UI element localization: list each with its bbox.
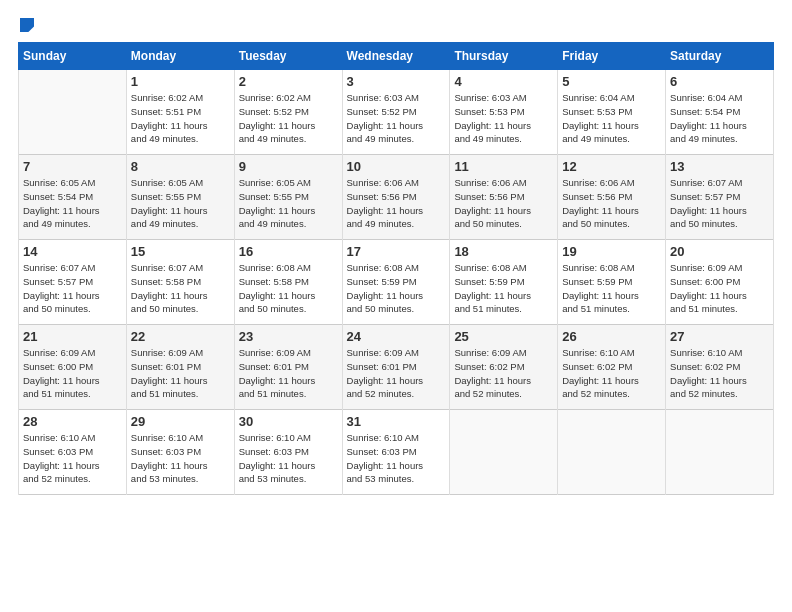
day-number: 27 <box>670 329 769 344</box>
day-number: 15 <box>131 244 230 259</box>
day-number: 7 <box>23 159 122 174</box>
col-header-thursday: Thursday <box>450 43 558 70</box>
day-info: Sunrise: 6:08 AMSunset: 5:59 PMDaylight:… <box>562 261 661 316</box>
day-info: Sunrise: 6:04 AMSunset: 5:54 PMDaylight:… <box>670 91 769 146</box>
day-number: 6 <box>670 74 769 89</box>
week-row-2: 7Sunrise: 6:05 AMSunset: 5:54 PMDaylight… <box>19 155 774 240</box>
day-cell: 11Sunrise: 6:06 AMSunset: 5:56 PMDayligh… <box>450 155 558 240</box>
header-row: SundayMondayTuesdayWednesdayThursdayFrid… <box>19 43 774 70</box>
day-cell <box>450 410 558 495</box>
day-number: 2 <box>239 74 338 89</box>
day-info: Sunrise: 6:09 AMSunset: 6:00 PMDaylight:… <box>23 346 122 401</box>
day-info: Sunrise: 6:04 AMSunset: 5:53 PMDaylight:… <box>562 91 661 146</box>
day-cell: 14Sunrise: 6:07 AMSunset: 5:57 PMDayligh… <box>19 240 127 325</box>
day-number: 21 <box>23 329 122 344</box>
day-info: Sunrise: 6:07 AMSunset: 5:57 PMDaylight:… <box>23 261 122 316</box>
day-cell: 23Sunrise: 6:09 AMSunset: 6:01 PMDayligh… <box>234 325 342 410</box>
col-header-saturday: Saturday <box>666 43 774 70</box>
logo <box>18 18 34 32</box>
day-number: 11 <box>454 159 553 174</box>
day-cell: 27Sunrise: 6:10 AMSunset: 6:02 PMDayligh… <box>666 325 774 410</box>
day-cell: 2Sunrise: 6:02 AMSunset: 5:52 PMDaylight… <box>234 70 342 155</box>
day-info: Sunrise: 6:06 AMSunset: 5:56 PMDaylight:… <box>562 176 661 231</box>
day-number: 1 <box>131 74 230 89</box>
day-cell: 12Sunrise: 6:06 AMSunset: 5:56 PMDayligh… <box>558 155 666 240</box>
day-number: 23 <box>239 329 338 344</box>
col-header-tuesday: Tuesday <box>234 43 342 70</box>
col-header-friday: Friday <box>558 43 666 70</box>
day-cell: 22Sunrise: 6:09 AMSunset: 6:01 PMDayligh… <box>126 325 234 410</box>
day-info: Sunrise: 6:09 AMSunset: 6:01 PMDaylight:… <box>239 346 338 401</box>
day-number: 28 <box>23 414 122 429</box>
day-number: 9 <box>239 159 338 174</box>
day-cell: 24Sunrise: 6:09 AMSunset: 6:01 PMDayligh… <box>342 325 450 410</box>
logo-icon <box>20 18 34 32</box>
day-info: Sunrise: 6:06 AMSunset: 5:56 PMDaylight:… <box>454 176 553 231</box>
day-cell: 15Sunrise: 6:07 AMSunset: 5:58 PMDayligh… <box>126 240 234 325</box>
day-info: Sunrise: 6:05 AMSunset: 5:55 PMDaylight:… <box>239 176 338 231</box>
header <box>18 18 774 32</box>
calendar-page: SundayMondayTuesdayWednesdayThursdayFrid… <box>0 0 792 612</box>
calendar-table: SundayMondayTuesdayWednesdayThursdayFrid… <box>18 42 774 495</box>
day-cell: 3Sunrise: 6:03 AMSunset: 5:52 PMDaylight… <box>342 70 450 155</box>
day-info: Sunrise: 6:09 AMSunset: 6:00 PMDaylight:… <box>670 261 769 316</box>
day-number: 29 <box>131 414 230 429</box>
day-info: Sunrise: 6:05 AMSunset: 5:55 PMDaylight:… <box>131 176 230 231</box>
day-number: 5 <box>562 74 661 89</box>
day-info: Sunrise: 6:10 AMSunset: 6:03 PMDaylight:… <box>239 431 338 486</box>
day-cell: 10Sunrise: 6:06 AMSunset: 5:56 PMDayligh… <box>342 155 450 240</box>
day-cell: 28Sunrise: 6:10 AMSunset: 6:03 PMDayligh… <box>19 410 127 495</box>
day-info: Sunrise: 6:08 AMSunset: 5:59 PMDaylight:… <box>454 261 553 316</box>
col-header-monday: Monday <box>126 43 234 70</box>
day-cell <box>558 410 666 495</box>
day-cell: 9Sunrise: 6:05 AMSunset: 5:55 PMDaylight… <box>234 155 342 240</box>
day-number: 25 <box>454 329 553 344</box>
day-info: Sunrise: 6:02 AMSunset: 5:51 PMDaylight:… <box>131 91 230 146</box>
day-cell: 7Sunrise: 6:05 AMSunset: 5:54 PMDaylight… <box>19 155 127 240</box>
day-number: 22 <box>131 329 230 344</box>
day-number: 24 <box>347 329 446 344</box>
day-cell <box>666 410 774 495</box>
day-info: Sunrise: 6:03 AMSunset: 5:52 PMDaylight:… <box>347 91 446 146</box>
day-number: 20 <box>670 244 769 259</box>
col-header-sunday: Sunday <box>19 43 127 70</box>
day-number: 31 <box>347 414 446 429</box>
day-number: 10 <box>347 159 446 174</box>
day-number: 8 <box>131 159 230 174</box>
day-cell: 1Sunrise: 6:02 AMSunset: 5:51 PMDaylight… <box>126 70 234 155</box>
day-cell: 5Sunrise: 6:04 AMSunset: 5:53 PMDaylight… <box>558 70 666 155</box>
day-info: Sunrise: 6:10 AMSunset: 6:03 PMDaylight:… <box>23 431 122 486</box>
day-cell: 4Sunrise: 6:03 AMSunset: 5:53 PMDaylight… <box>450 70 558 155</box>
day-cell: 29Sunrise: 6:10 AMSunset: 6:03 PMDayligh… <box>126 410 234 495</box>
day-cell: 31Sunrise: 6:10 AMSunset: 6:03 PMDayligh… <box>342 410 450 495</box>
day-number: 18 <box>454 244 553 259</box>
day-info: Sunrise: 6:10 AMSunset: 6:02 PMDaylight:… <box>562 346 661 401</box>
day-cell: 18Sunrise: 6:08 AMSunset: 5:59 PMDayligh… <box>450 240 558 325</box>
day-cell: 20Sunrise: 6:09 AMSunset: 6:00 PMDayligh… <box>666 240 774 325</box>
day-cell: 6Sunrise: 6:04 AMSunset: 5:54 PMDaylight… <box>666 70 774 155</box>
day-cell: 17Sunrise: 6:08 AMSunset: 5:59 PMDayligh… <box>342 240 450 325</box>
day-info: Sunrise: 6:09 AMSunset: 6:02 PMDaylight:… <box>454 346 553 401</box>
day-number: 19 <box>562 244 661 259</box>
col-header-wednesday: Wednesday <box>342 43 450 70</box>
day-cell: 25Sunrise: 6:09 AMSunset: 6:02 PMDayligh… <box>450 325 558 410</box>
day-number: 30 <box>239 414 338 429</box>
day-info: Sunrise: 6:08 AMSunset: 5:59 PMDaylight:… <box>347 261 446 316</box>
day-cell: 26Sunrise: 6:10 AMSunset: 6:02 PMDayligh… <box>558 325 666 410</box>
day-info: Sunrise: 6:02 AMSunset: 5:52 PMDaylight:… <box>239 91 338 146</box>
day-info: Sunrise: 6:06 AMSunset: 5:56 PMDaylight:… <box>347 176 446 231</box>
day-info: Sunrise: 6:10 AMSunset: 6:03 PMDaylight:… <box>131 431 230 486</box>
day-cell: 13Sunrise: 6:07 AMSunset: 5:57 PMDayligh… <box>666 155 774 240</box>
day-info: Sunrise: 6:10 AMSunset: 6:03 PMDaylight:… <box>347 431 446 486</box>
day-cell <box>19 70 127 155</box>
day-number: 13 <box>670 159 769 174</box>
day-info: Sunrise: 6:09 AMSunset: 6:01 PMDaylight:… <box>347 346 446 401</box>
day-number: 14 <box>23 244 122 259</box>
day-info: Sunrise: 6:08 AMSunset: 5:58 PMDaylight:… <box>239 261 338 316</box>
day-cell: 19Sunrise: 6:08 AMSunset: 5:59 PMDayligh… <box>558 240 666 325</box>
week-row-3: 14Sunrise: 6:07 AMSunset: 5:57 PMDayligh… <box>19 240 774 325</box>
week-row-5: 28Sunrise: 6:10 AMSunset: 6:03 PMDayligh… <box>19 410 774 495</box>
day-info: Sunrise: 6:07 AMSunset: 5:58 PMDaylight:… <box>131 261 230 316</box>
day-cell: 16Sunrise: 6:08 AMSunset: 5:58 PMDayligh… <box>234 240 342 325</box>
day-info: Sunrise: 6:03 AMSunset: 5:53 PMDaylight:… <box>454 91 553 146</box>
